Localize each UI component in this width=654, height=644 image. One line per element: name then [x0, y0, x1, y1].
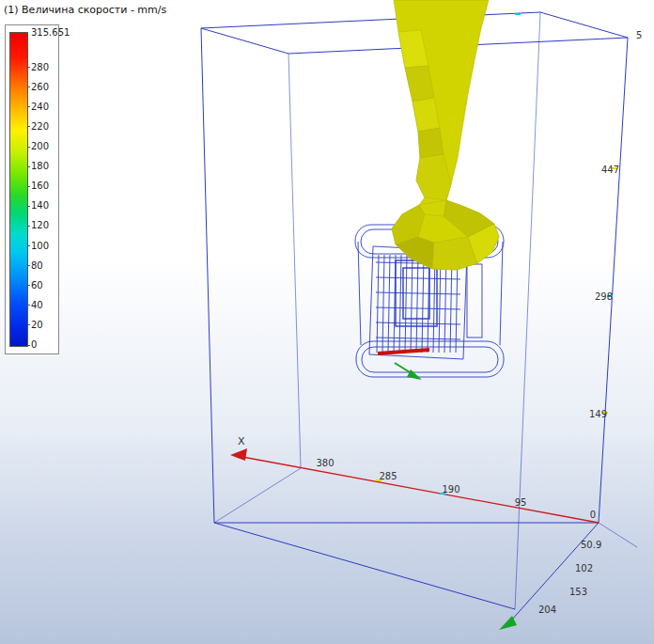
legend-tick-mark [27, 324, 30, 325]
legend-tick-label: 200 [31, 141, 49, 151]
ruler-label: 50.9 [581, 540, 601, 550]
ruler-label: 380 [316, 458, 334, 468]
legend-tick-label: 120 [31, 220, 49, 230]
ruler-label: 153 [569, 587, 587, 597]
ruler-label: 298 [595, 291, 613, 302]
viewport-3d[interactable]: X 380 285 190 95 0 5 447 298 149 50.9 10… [0, 0, 654, 644]
legend-tick-label: 100 [31, 241, 49, 251]
legend-tick-label: 20 [31, 320, 43, 330]
ruler-label: 204 [538, 605, 556, 615]
x-axis-letter: X [238, 435, 245, 448]
legend-tick-mark [27, 106, 30, 107]
ruler-label: 447 [601, 165, 619, 175]
ruler-label: 285 [379, 471, 397, 481]
legend-tick-mark [27, 206, 30, 207]
legend-tick-label: 80 [31, 260, 43, 271]
legend-tick-label: 0 [31, 339, 37, 350]
legend-ticks: 280260240220200180160140120100806040200 [6, 25, 58, 353]
legend-tick-label: 220 [31, 121, 49, 132]
legend-tick-mark [27, 166, 30, 167]
legend-tick-mark [27, 186, 30, 187]
ruler-label: 102 [575, 563, 593, 573]
ruler-label: 5 [636, 30, 642, 40]
legend-tick-mark [27, 345, 30, 346]
model-highlight-face [378, 350, 429, 353]
velocity-isosurface [392, 0, 499, 270]
flow-simulation-viewport: X 380 285 190 95 0 5 447 298 149 50.9 10… [0, 0, 654, 644]
legend-tick-mark [27, 305, 30, 306]
x-axis-arrow [230, 448, 599, 523]
legend-tick-mark [27, 147, 30, 148]
legend-tick-mark [27, 285, 30, 286]
legend-tick-mark [27, 265, 30, 266]
ruler-label: 149 [589, 409, 607, 419]
legend-tick-label: 240 [31, 102, 49, 112]
origin-label: 0 [590, 510, 596, 520]
legend-tick-mark [27, 86, 30, 87]
legend-tick-mark [27, 67, 30, 68]
plot-title: (1) Величина скорости - mm/s [4, 4, 166, 16]
legend-tick-label: 140 [31, 200, 49, 211]
legend-tick-label: 260 [31, 82, 49, 92]
legend-tick-label: 180 [31, 161, 49, 171]
y-axis-arrow [499, 616, 517, 630]
ruler-label: 190 [442, 484, 459, 495]
legend-tick-label: 40 [31, 300, 43, 310]
legend-tick-mark [27, 245, 30, 246]
legend-tick-mark [27, 126, 30, 127]
legend-tick-label: 280 [31, 62, 49, 72]
legend-tick-label: 160 [31, 181, 49, 191]
ruler-label: 95 [515, 497, 527, 508]
legend-tick-mark [27, 226, 30, 227]
color-legend: 315.651 28026024022020018016014012010080… [5, 24, 59, 354]
legend-tick-label: 60 [31, 280, 43, 291]
